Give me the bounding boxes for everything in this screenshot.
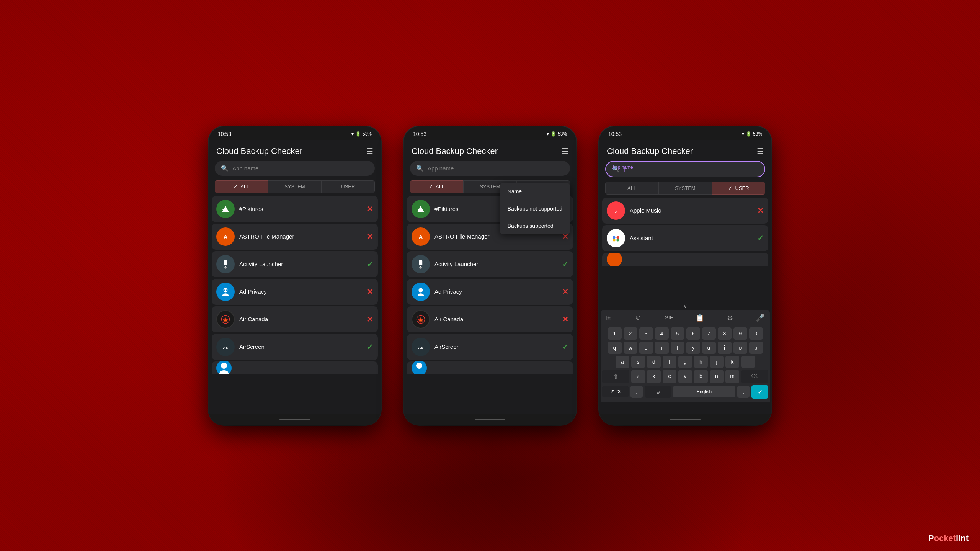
list-item[interactable]: AS AirScreen ✓ — [212, 334, 378, 360]
key-symbols[interactable]: ?123 — [602, 386, 629, 397]
key-space-english[interactable]: English — [673, 386, 735, 397]
filter-icon-1[interactable]: ☰ — [366, 147, 373, 156]
list-item[interactable]: #Piktures ✕ — [212, 196, 378, 222]
tab-user-1[interactable]: USER — [322, 180, 375, 193]
list-item[interactable]: 🍁 Air Canada ✕ — [407, 306, 573, 332]
key-r[interactable]: r — [655, 342, 669, 354]
key-e[interactable]: e — [639, 342, 653, 354]
key-backspace[interactable]: ⌫ — [741, 370, 768, 383]
key-m[interactable]: m — [725, 370, 739, 383]
dropdown-item-supported[interactable]: Backups supported — [500, 217, 570, 234]
list-item[interactable]: A ASTRO File Manager ✕ — [212, 224, 378, 250]
key-0[interactable]: 0 — [749, 327, 763, 340]
tab-all-1[interactable]: ✓ ALL — [215, 180, 268, 193]
key-emoji-bottom[interactable]: ☺ — [645, 386, 671, 398]
sort-dropdown-2[interactable]: Name Backups not supported Backups suppo… — [500, 183, 570, 234]
filter-icon-3[interactable]: ☰ — [757, 147, 764, 156]
search-bar-2[interactable]: 🔍 App name — [410, 161, 570, 176]
key-c[interactable]: c — [663, 370, 676, 383]
app-content-2: Cloud Backup Checker ☰ 🔍 App name ✓ ALL … — [404, 140, 576, 414]
key-row-numbers: 1 2 3 4 5 6 7 8 9 0 — [602, 327, 768, 340]
key-3[interactable]: 3 — [639, 327, 653, 340]
key-row-bottom: ?123 , ☺ English . ✓ — [602, 385, 768, 399]
status-x-piktures-1: ✕ — [367, 204, 373, 214]
list-item[interactable]: Activity Launcher ✓ — [212, 251, 378, 277]
keyboard-settings-icon[interactable]: ⚙ — [725, 312, 735, 324]
app-icon-activity-2 — [412, 255, 430, 273]
list-item[interactable]: 🍁 Air Canada ✕ — [212, 306, 378, 332]
status-check-airscreen-2: ✓ — [562, 342, 568, 352]
key-f[interactable]: f — [663, 356, 676, 368]
key-shift[interactable]: ⇧ — [602, 370, 629, 383]
tab-all-2[interactable]: ✓ ALL — [410, 180, 463, 193]
list-item[interactable]: Activity Launcher ✓ — [407, 251, 573, 277]
svg-point-29 — [613, 239, 616, 241]
search-bar-1[interactable]: 🔍 App name — [215, 161, 375, 176]
svg-text:AS: AS — [223, 345, 228, 349]
keyboard-clipboard-icon[interactable]: 📋 — [693, 312, 706, 324]
key-p[interactable]: p — [749, 342, 763, 354]
keyboard-grid-icon[interactable]: ⊞ — [604, 312, 614, 324]
list-item[interactable]: ♪ Apple Music ✕ — [602, 198, 768, 224]
list-item[interactable]: Assistant ✓ — [602, 225, 768, 251]
app-list-1: #Piktures ✕ A ASTRO File Manager ✕ Activ… — [209, 196, 381, 414]
key-7[interactable]: 7 — [702, 327, 716, 340]
key-b[interactable]: b — [694, 370, 708, 383]
key-1[interactable]: 1 — [608, 327, 622, 340]
key-z[interactable]: z — [631, 370, 645, 383]
tab-system-3[interactable]: SYSTEM — [658, 182, 712, 195]
svg-point-28 — [616, 236, 619, 239]
list-item[interactable]: Ad Privacy ✕ — [407, 279, 573, 305]
svg-rect-3 — [224, 260, 227, 265]
key-t[interactable]: t — [671, 342, 684, 354]
key-9[interactable]: 9 — [733, 327, 747, 340]
key-a[interactable]: a — [616, 356, 629, 368]
nav-pill-2 — [475, 419, 505, 420]
app-name-adprivacy-1: Ad Privacy — [239, 288, 362, 295]
key-comma[interactable]: , — [630, 386, 643, 398]
key-2[interactable]: 2 — [624, 327, 637, 340]
tab-user-3[interactable]: ✓ USER — [712, 182, 765, 195]
key-o[interactable]: o — [733, 342, 747, 354]
key-period[interactable]: . — [737, 386, 750, 398]
key-w[interactable]: w — [624, 342, 637, 354]
app-icon-partial-2 — [412, 361, 427, 374]
list-item[interactable]: AS AirScreen ✓ — [407, 334, 573, 360]
key-g[interactable]: g — [678, 356, 692, 368]
tab-all-3[interactable]: ALL — [605, 182, 658, 195]
key-8[interactable]: 8 — [718, 327, 732, 340]
tab-system-1[interactable]: SYSTEM — [268, 180, 321, 193]
keyboard-gif-icon[interactable]: GIF — [662, 313, 675, 322]
key-h[interactable]: h — [694, 356, 708, 368]
key-5[interactable]: 5 — [671, 327, 684, 340]
search-bar-3[interactable]: 🔍 App name | — [605, 161, 765, 177]
key-y[interactable]: y — [686, 342, 700, 354]
app-icon-activity-1 — [216, 255, 235, 273]
dropdown-item-not-supported[interactable]: Backups not supported — [500, 200, 570, 217]
filter-icon-2[interactable]: ☰ — [562, 147, 568, 156]
status-time-3: 10:53 — [608, 131, 622, 137]
svg-point-27 — [613, 236, 616, 239]
svg-point-12 — [221, 363, 227, 369]
key-d[interactable]: d — [647, 356, 661, 368]
chevron-down-icon[interactable]: ∨ — [683, 303, 687, 309]
key-n[interactable]: n — [710, 370, 724, 383]
key-4[interactable]: 4 — [655, 327, 669, 340]
list-item[interactable]: Ad Privacy ✕ — [212, 279, 378, 305]
key-v[interactable]: v — [678, 370, 692, 383]
keyboard-mic-icon[interactable]: 🎤 — [754, 312, 767, 324]
key-l[interactable]: l — [741, 356, 755, 368]
key-j[interactable]: j — [710, 356, 724, 368]
app-list-3: ♪ Apple Music ✕ A — [599, 198, 771, 274]
keyboard-emoji-icon[interactable]: ☺ — [632, 312, 644, 323]
key-6[interactable]: 6 — [686, 327, 700, 340]
key-k[interactable]: k — [725, 356, 739, 368]
key-i[interactable]: i — [718, 342, 732, 354]
key-x[interactable]: x — [647, 370, 661, 383]
key-u[interactable]: u — [702, 342, 716, 354]
key-q[interactable]: q — [608, 342, 622, 354]
pocketlint-text: Pocketlint — [928, 533, 969, 543]
key-enter[interactable]: ✓ — [751, 385, 768, 399]
key-s[interactable]: s — [631, 356, 645, 368]
dropdown-item-name[interactable]: Name — [500, 183, 570, 200]
